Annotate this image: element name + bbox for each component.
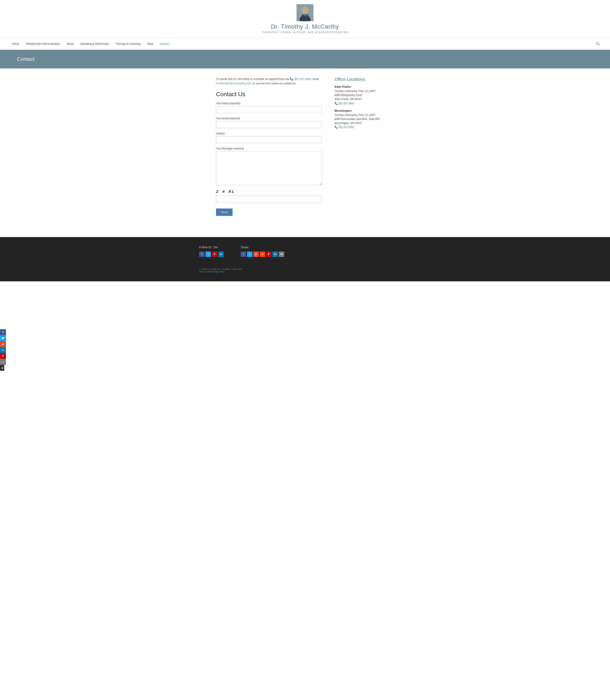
share-facebook[interactable]: f <box>241 252 246 257</box>
follow-facebook[interactable]: f <box>199 252 205 257</box>
follow-icons: f t P in <box>199 252 224 257</box>
content-right: Office Locations Eden Prairie Timothy J … <box>335 77 394 216</box>
share-title: Share <box>241 245 284 249</box>
office-eden-prairie: Eden Prairie Timothy J McCarthy, PhD, LP… <box>335 85 394 105</box>
office-phone-2[interactable]: 📞 952.937.0866 <box>335 126 354 129</box>
main-content: To speak with Dr. McCarthy or schedule a… <box>199 68 411 224</box>
footer-share: Share f t g+ rd P in ✉ <box>241 245 284 257</box>
footer-follow: Follow Dr. Tim f t P in <box>199 245 224 257</box>
nav-book[interactable]: Book <box>64 38 77 49</box>
name-label: Your Name (required) <box>216 102 322 105</box>
share-twitter[interactable]: t <box>247 252 253 257</box>
intro-text: To speak with Dr. McCarthy or schedule a… <box>216 77 322 86</box>
follow-title: Follow Dr. Tim <box>199 245 224 249</box>
nav-home[interactable]: Home <box>9 38 23 49</box>
office-address2-2: Bloomington, MN 55437 <box>335 121 394 125</box>
message-group: Your Message (required) <box>216 147 322 186</box>
subject-label: Subject <box>216 132 322 135</box>
office-address1-1: 8460 Montgomery Court <box>335 93 394 97</box>
office-city-1: Eden Prairie <box>335 85 394 88</box>
nav-speaking[interactable]: Speaking & Workshops <box>77 38 112 49</box>
captcha-group <box>216 195 322 203</box>
subject-group: Subject <box>216 132 322 143</box>
message-label: Your Message (required) <box>216 147 322 150</box>
svg-rect-3 <box>302 14 308 16</box>
phone-link[interactable]: 📞 952.937.0866 <box>290 77 311 80</box>
share-pinterest[interactable]: P <box>266 252 272 257</box>
follow-twitter[interactable]: t <box>206 252 211 257</box>
nav-therapy[interactable]: Therapy & Coaching <box>112 38 144 49</box>
office-phone-1[interactable]: 📞 952.937.0866 <box>335 102 354 105</box>
captcha-input[interactable] <box>216 195 322 203</box>
office-address1-2: 8400 Normandale Lake Blvd., Suite 920 <box>335 117 394 121</box>
office-name-1: Timothy J McCarthy, PhD, LP, LMFT <box>335 89 394 93</box>
site-footer: Follow Dr. Tim f t P in Share f t g+ rd … <box>0 237 610 281</box>
contact-form-title: Contact Us <box>216 91 322 98</box>
captcha-image: Z 4 RL <box>216 190 322 194</box>
footer-bottom: © 2016 Copyright Dr. Timothy J. McCarthy… <box>199 263 411 273</box>
footer-content: Follow Dr. Tim f t P in Share f t g+ rd … <box>199 245 411 257</box>
sitedesign-link[interactable]: Site Design Guru <box>207 270 225 273</box>
main-nav: Home Relationship Self-Evaluation Book S… <box>0 38 610 50</box>
share-linkedin[interactable]: in <box>272 252 278 257</box>
subject-input[interactable] <box>216 136 322 143</box>
share-icons: f t g+ rd P in ✉ <box>241 252 284 257</box>
site-subtitle: THERAPIST, COACH, AUTHOR, AND SPEAKER/PR… <box>0 31 610 33</box>
office-title: Office Locations <box>335 77 394 82</box>
content-left: To speak with Dr. McCarthy or schedule a… <box>216 77 322 216</box>
office-name-2: Timothy J McCarthy, PhD, LP, LMFT <box>335 113 394 117</box>
name-group: Your Name (required) <box>216 102 322 113</box>
siteby-text: Site by Site Design Guru <box>199 270 411 273</box>
contact-form: Your Name (required) Your Email (require… <box>216 102 322 216</box>
follow-linkedin[interactable]: in <box>218 252 224 257</box>
copyright-text: © 2016 Copyright Dr. Timothy J. McCarthy <box>199 268 411 270</box>
follow-pinterest[interactable]: P <box>212 252 217 257</box>
send-button[interactable]: Send <box>216 208 232 216</box>
site-header: Dr. Timothy J. McCarthy THERAPIST, COACH… <box>0 0 610 36</box>
office-bloomington: Bloomington Timothy J McCarthy, PhD, LP,… <box>335 109 394 129</box>
nav-relationship[interactable]: Relationship Self-Evaluation <box>23 38 64 49</box>
email-group: Your Email (required) <box>216 117 322 128</box>
site-title: Dr. Timothy J. McCarthy <box>0 23 610 30</box>
email-input[interactable] <box>216 121 322 128</box>
page-title: Contact <box>17 56 593 62</box>
nav-contact[interactable]: Contact <box>156 38 173 49</box>
email-link[interactable]: ✉ drtim@drtimmccarthy.com <box>216 82 251 85</box>
search-icon[interactable]: 🔍 <box>594 38 601 50</box>
email-label: Your Email (required) <box>216 117 322 120</box>
name-input[interactable] <box>216 106 322 113</box>
page-banner: Contact <box>0 50 610 68</box>
nav-blog[interactable]: Blog <box>144 38 156 49</box>
share-email[interactable]: ✉ <box>279 252 284 257</box>
share-googleplus[interactable]: g+ <box>253 252 259 257</box>
office-address2-1: Eden Prairie, MN 55347 <box>335 97 394 101</box>
site-logo <box>296 4 314 21</box>
share-reddit[interactable]: rd <box>260 252 265 257</box>
office-city-2: Bloomington <box>335 109 394 112</box>
message-input[interactable] <box>216 151 322 185</box>
svg-point-1 <box>302 7 308 14</box>
